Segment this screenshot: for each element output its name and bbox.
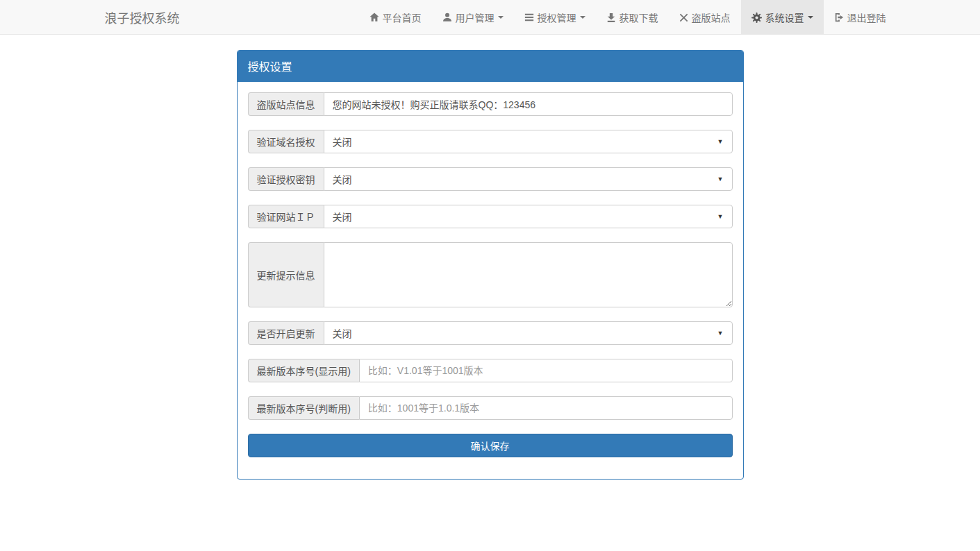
field-label: 最新版本序号(判断用) bbox=[248, 396, 359, 420]
nav-item-home: 平台首页 bbox=[359, 0, 432, 35]
chevron-down-icon bbox=[580, 16, 585, 19]
download-icon bbox=[606, 12, 616, 22]
nav-item-download: 获取下载 bbox=[596, 0, 669, 35]
select-arrow-icon: ▼ bbox=[717, 176, 724, 183]
nav-link-home[interactable]: 平台首页 bbox=[359, 0, 432, 35]
form-row-version-judge: 最新版本序号(判断用) bbox=[248, 396, 733, 420]
nav-item-pirate-sites: 盗版站点 bbox=[669, 0, 741, 35]
nav-label: 退出登陆 bbox=[847, 10, 886, 24]
form-row-verify-ip: 验证网站ＩＰ 关闭 ▼ bbox=[248, 205, 733, 228]
form-row-pirate-message: 盗版站点信息 bbox=[248, 92, 733, 116]
selected-option: 关闭 bbox=[333, 135, 352, 149]
chevron-down-icon bbox=[808, 16, 813, 19]
verify-ip-select[interactable]: 关闭 ▼ bbox=[324, 205, 733, 228]
form-row-version-display: 最新版本序号(显示用) bbox=[248, 359, 733, 382]
nav-link-download[interactable]: 获取下载 bbox=[596, 0, 669, 35]
update-message-textarea[interactable] bbox=[324, 242, 733, 307]
field-label: 验证网站ＩＰ bbox=[248, 205, 324, 228]
chevron-down-icon bbox=[498, 16, 504, 19]
field-label: 是否开启更新 bbox=[248, 321, 324, 345]
form-row-verify-domain: 验证域名授权 关闭 ▼ bbox=[248, 130, 733, 153]
nav-link-pirate-sites[interactable]: 盗版站点 bbox=[669, 0, 741, 35]
selected-option: 关闭 bbox=[333, 172, 352, 186]
nav-link-settings[interactable]: 系统设置 bbox=[741, 0, 824, 35]
nav-label: 获取下载 bbox=[620, 10, 658, 24]
nav-item-licenses: 授权管理 bbox=[514, 0, 596, 35]
nav-item-settings: 系统设置 bbox=[741, 0, 824, 35]
nav-label: 盗版站点 bbox=[692, 10, 731, 24]
navbar: 浪子授权系统 平台首页 用户管理 bbox=[0, 0, 980, 35]
field-label: 验证授权密钥 bbox=[248, 167, 324, 191]
selected-option: 关闭 bbox=[333, 326, 352, 340]
enable-update-select[interactable]: 关闭 ▼ bbox=[324, 321, 733, 345]
user-icon bbox=[442, 12, 452, 22]
verify-key-select[interactable]: 关闭 ▼ bbox=[324, 167, 733, 191]
main-nav: 平台首页 用户管理 授权管理 bbox=[359, 0, 897, 35]
nav-link-licenses[interactable]: 授权管理 bbox=[514, 0, 596, 35]
remove-icon bbox=[679, 13, 688, 22]
gear-icon bbox=[751, 12, 762, 23]
nav-label: 用户管理 bbox=[456, 10, 495, 24]
nav-label: 系统设置 bbox=[765, 10, 804, 24]
form-row-verify-key: 验证授权密钥 关闭 ▼ bbox=[248, 167, 733, 191]
form-row-enable-update: 是否开启更新 关闭 ▼ bbox=[248, 321, 733, 345]
brand[interactable]: 浪子授权系统 bbox=[94, 0, 190, 35]
save-button[interactable]: 确认保存 bbox=[248, 434, 733, 457]
field-label: 盗版站点信息 bbox=[248, 92, 324, 116]
field-label: 最新版本序号(显示用) bbox=[248, 359, 359, 382]
form-row-update-message: 更新提示信息 bbox=[248, 242, 733, 307]
nav-item-users: 用户管理 bbox=[432, 0, 514, 35]
nav-link-users[interactable]: 用户管理 bbox=[432, 0, 514, 35]
list-icon bbox=[524, 12, 534, 22]
auth-settings-panel: 授权设置 盗版站点信息 验证域名授权 关闭 ▼ 验证授权密钥 关闭 ▼ 验证网站… bbox=[237, 50, 744, 480]
nav-label: 授权管理 bbox=[538, 10, 576, 24]
nav-link-logout[interactable]: 退出登陆 bbox=[824, 0, 897, 35]
nav-item-logout: 退出登陆 bbox=[824, 0, 897, 35]
latest-version-display-input[interactable] bbox=[359, 359, 733, 382]
nav-label: 平台首页 bbox=[383, 10, 422, 24]
select-arrow-icon: ▼ bbox=[717, 330, 724, 337]
logout-icon bbox=[834, 12, 844, 22]
field-label: 更新提示信息 bbox=[248, 242, 324, 307]
panel-body: 盗版站点信息 验证域名授权 关闭 ▼ 验证授权密钥 关闭 ▼ 验证网站ＩＰ 关闭… bbox=[238, 82, 743, 479]
home-icon bbox=[369, 12, 379, 22]
pirate-site-message-input[interactable] bbox=[324, 92, 733, 116]
verify-domain-select[interactable]: 关闭 ▼ bbox=[324, 130, 733, 153]
latest-version-judge-input[interactable] bbox=[359, 396, 733, 420]
field-label: 验证域名授权 bbox=[248, 130, 324, 153]
navbar-container: 浪子授权系统 平台首页 用户管理 bbox=[84, 0, 897, 35]
selected-option: 关闭 bbox=[333, 210, 352, 223]
panel-title: 授权设置 bbox=[238, 51, 743, 82]
select-arrow-icon: ▼ bbox=[717, 214, 724, 220]
select-arrow-icon: ▼ bbox=[717, 139, 724, 145]
